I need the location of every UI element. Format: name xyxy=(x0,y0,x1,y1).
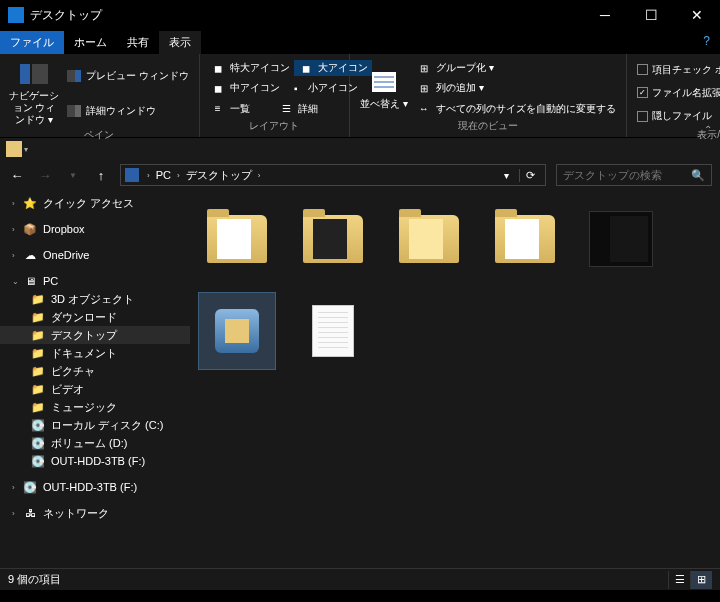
tree-desktop[interactable]: 📁デスクトップ xyxy=(0,326,190,344)
breadcrumb-history-dropdown[interactable]: ▾ xyxy=(498,170,515,181)
sort-button[interactable]: 並べ替え ▾ xyxy=(356,58,412,119)
tree-videos[interactable]: 📁ビデオ xyxy=(0,380,190,398)
tree-dropbox[interactable]: ›📦Dropbox xyxy=(0,220,190,238)
folder-item[interactable] xyxy=(486,200,564,278)
app-icon xyxy=(8,7,24,23)
ribbon-group-layout: ◼特大アイコン ◼大アイコン ◼中アイコン ▪小アイコン ≡一覧 ☰詳細 レイア… xyxy=(200,54,350,137)
tree-local-disk-c[interactable]: 💽ローカル ディスク (C:) xyxy=(0,416,190,434)
group-by-button[interactable]: ⊞グループ化 ▾ xyxy=(412,60,620,76)
autosize-columns-button[interactable]: ↔すべての列のサイズを自動的に変更する xyxy=(412,101,620,117)
status-bar: 9 個の項目 ☰ ⊞ xyxy=(0,568,720,590)
folder-icon xyxy=(6,141,22,157)
ribbon-group-panes: ナビゲーション ウィンドウ ▾ プレビュー ウィンドウ 詳細ウィンドウ ペイン xyxy=(0,54,200,137)
ribbon-collapse-button[interactable]: ⌃ xyxy=(704,124,712,135)
main-area: ›⭐クイック アクセス ›📦Dropbox ›☁OneDrive ⌄🖥PC 📁3… xyxy=(0,190,720,568)
tree-pictures[interactable]: 📁ピクチャ xyxy=(0,362,190,380)
ribbon: ナビゲーション ウィンドウ ▾ プレビュー ウィンドウ 詳細ウィンドウ ペイン … xyxy=(0,54,720,138)
view-icons-button[interactable]: ⊞ xyxy=(690,571,712,589)
folder-item[interactable] xyxy=(294,200,372,278)
tree-network[interactable]: ›🖧ネットワーク xyxy=(0,504,190,522)
tree-volume-d[interactable]: 💽ボリューム (D:) xyxy=(0,434,190,452)
add-columns-button[interactable]: ⊞列の追加 ▾ xyxy=(412,80,620,96)
file-extensions-toggle[interactable]: ✓ファイル名拡張子 xyxy=(633,85,720,101)
location-icon xyxy=(125,168,139,182)
breadcrumb-desktop[interactable]: デスクトップ xyxy=(184,168,254,183)
forward-button[interactable]: → xyxy=(36,168,54,183)
file-item-selected[interactable] xyxy=(198,292,276,370)
minimize-button[interactable]: ─ xyxy=(582,0,628,30)
qat-dropdown[interactable]: ▾ xyxy=(24,145,28,154)
svg-rect-1 xyxy=(32,64,48,84)
address-bar: ← → ▼ ↑ › PC › デスクトップ › ▾ ⟳ デスクトップの検索 🔍 xyxy=(0,160,720,190)
file-list[interactable] xyxy=(190,190,720,568)
details-pane-button[interactable]: 詳細ウィンドウ xyxy=(62,103,193,119)
svg-rect-3 xyxy=(75,70,81,82)
maximize-button[interactable]: ☐ xyxy=(628,0,674,30)
svg-rect-0 xyxy=(20,64,30,84)
tree-onedrive[interactable]: ›☁OneDrive xyxy=(0,246,190,264)
navigation-tree: ›⭐クイック アクセス ›📦Dropbox ›☁OneDrive ⌄🖥PC 📁3… xyxy=(0,190,190,568)
window-title: デスクトップ xyxy=(30,7,582,24)
file-item[interactable] xyxy=(294,292,372,370)
preview-pane-button[interactable]: プレビュー ウィンドウ xyxy=(62,68,193,84)
tab-file[interactable]: ファイル xyxy=(0,31,64,54)
refresh-button[interactable]: ⟳ xyxy=(519,169,541,182)
tree-music[interactable]: 📁ミュージック xyxy=(0,398,190,416)
tree-downloads[interactable]: 📁ダウンロード xyxy=(0,308,190,326)
layout-extra-large[interactable]: ◼特大アイコン xyxy=(206,60,294,76)
sort-label: 並べ替え ▾ xyxy=(360,98,408,110)
navigation-pane-button[interactable]: ナビゲーション ウィンドウ ▾ xyxy=(6,58,62,128)
chevron-right-icon[interactable]: › xyxy=(143,171,154,180)
up-button[interactable]: ↑ xyxy=(92,168,110,183)
back-button[interactable]: ← xyxy=(8,168,26,183)
help-icon[interactable]: ? xyxy=(703,34,710,48)
navigation-pane-label: ナビゲーション ウィンドウ ▾ xyxy=(8,90,60,126)
hidden-files-toggle[interactable]: 隠しファイル xyxy=(633,108,720,124)
view-details-button[interactable]: ☰ xyxy=(668,571,690,589)
search-placeholder: デスクトップの検索 xyxy=(563,168,662,183)
recent-dropdown[interactable]: ▼ xyxy=(64,171,82,180)
chevron-right-icon[interactable]: › xyxy=(254,171,265,180)
ribbon-group-panes-label: ペイン xyxy=(6,128,193,142)
ribbon-group-currentview-label: 現在のビュー xyxy=(356,119,620,133)
tab-share[interactable]: 共有 xyxy=(117,31,159,54)
layout-list[interactable]: ≡一覧 xyxy=(206,101,275,117)
item-count-label: 9 個の項目 xyxy=(8,572,61,587)
layout-medium[interactable]: ◼中アイコン xyxy=(206,80,284,96)
search-input[interactable]: デスクトップの検索 🔍 xyxy=(556,164,712,186)
close-button[interactable]: ✕ xyxy=(674,0,720,30)
tree-out-hdd-f[interactable]: 💽OUT-HDD-3TB (F:) xyxy=(0,452,190,470)
ribbon-group-layout-label: レイアウト xyxy=(206,119,343,133)
breadcrumb[interactable]: › PC › デスクトップ › ▾ ⟳ xyxy=(120,164,546,186)
tab-view[interactable]: 表示 xyxy=(159,31,201,54)
tree-out-hdd-root[interactable]: ›💽OUT-HDD-3TB (F:) xyxy=(0,478,190,496)
folder-item[interactable] xyxy=(198,200,276,278)
tree-pc[interactable]: ⌄🖥PC xyxy=(0,272,190,290)
titlebar: デスクトップ ─ ☐ ✕ xyxy=(0,0,720,30)
file-item[interactable] xyxy=(582,200,660,278)
folder-item[interactable] xyxy=(390,200,468,278)
breadcrumb-pc[interactable]: PC xyxy=(154,169,173,181)
ribbon-tabs: ファイル ホーム 共有 表示 ? xyxy=(0,30,720,54)
tab-home[interactable]: ホーム xyxy=(64,31,117,54)
tree-quick-access[interactable]: ›⭐クイック アクセス xyxy=(0,194,190,212)
tree-3d-objects[interactable]: 📁3D オブジェクト xyxy=(0,290,190,308)
search-icon: 🔍 xyxy=(691,169,705,182)
chevron-right-icon[interactable]: › xyxy=(173,171,184,180)
tree-documents[interactable]: 📁ドキュメント xyxy=(0,344,190,362)
item-checkboxes-toggle[interactable]: 項目チェック ボックス xyxy=(633,62,720,78)
ribbon-group-currentview: 並べ替え ▾ ⊞グループ化 ▾ ⊞列の追加 ▾ ↔すべての列のサイズを自動的に変… xyxy=(350,54,627,137)
svg-rect-5 xyxy=(75,105,81,117)
layout-details[interactable]: ☰詳細 xyxy=(274,101,343,117)
